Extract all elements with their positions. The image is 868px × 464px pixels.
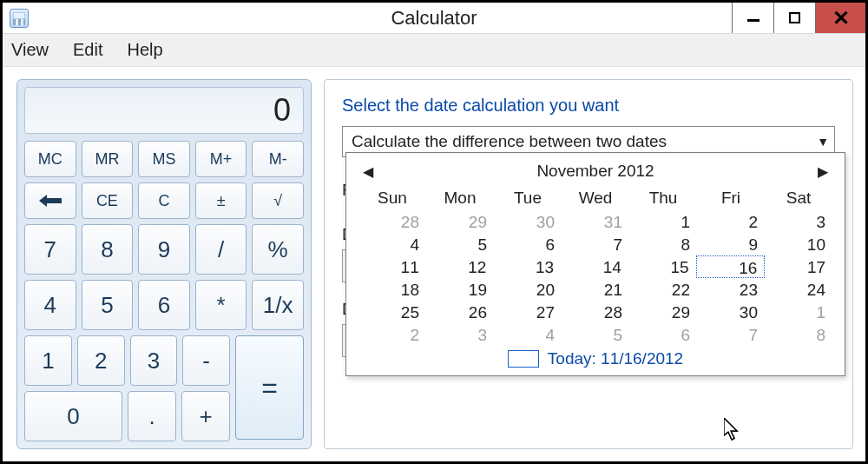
calendar-day[interactable]: 7 <box>562 233 629 255</box>
calendar-day[interactable]: 2 <box>358 323 426 346</box>
today-label: Today: 11/16/2012 <box>548 349 683 368</box>
calendar-day[interactable]: 24 <box>765 278 832 301</box>
calendar-popup: ◀ November 2012 ▶ Sun Mon Tue Wed Thu Fr… <box>345 152 845 376</box>
minimize-button[interactable] <box>732 3 773 33</box>
calendar-day[interactable]: 6 <box>494 233 562 255</box>
num4-button[interactable]: 4 <box>24 280 76 330</box>
menu-view[interactable]: View <box>11 40 49 60</box>
calendar-day[interactable]: 25 <box>358 301 426 323</box>
calendar-day[interactable]: 30 <box>494 210 562 233</box>
calendar-day-today[interactable]: 16 <box>696 255 766 278</box>
calendar-day[interactable]: 28 <box>562 301 629 323</box>
minimize-icon <box>747 19 760 22</box>
chevron-down-icon: ▼ <box>817 135 829 149</box>
calendar-day[interactable]: 3 <box>765 210 832 233</box>
maximize-button[interactable] <box>773 3 815 33</box>
num6-button[interactable]: 6 <box>138 280 190 330</box>
dow-tue: Tue <box>494 186 562 209</box>
calendar-day[interactable]: 6 <box>629 323 697 346</box>
reciprocal-button[interactable]: 1/x <box>252 280 304 330</box>
ce-button[interactable]: CE <box>82 182 134 219</box>
prev-month-button[interactable]: ◀ <box>358 163 378 180</box>
calendar-day[interactable]: 13 <box>493 255 561 278</box>
num8-button[interactable]: 8 <box>82 224 134 275</box>
calendar-day[interactable]: 5 <box>426 233 494 255</box>
calendar-day[interactable]: 2 <box>697 210 765 233</box>
dow-sat: Sat <box>765 186 832 209</box>
c-button[interactable]: C <box>138 182 190 219</box>
calendar-day[interactable]: 11 <box>358 255 426 278</box>
menu-edit[interactable]: Edit <box>73 40 102 60</box>
maximize-icon <box>789 12 800 23</box>
next-month-button[interactable]: ▶ <box>813 163 832 180</box>
close-button[interactable]: ✕ <box>815 3 865 33</box>
multiply-button[interactable]: * <box>195 280 247 330</box>
divide-button[interactable]: / <box>195 224 247 275</box>
calendar-day[interactable]: 23 <box>697 278 765 301</box>
calendar-day[interactable]: 21 <box>562 278 629 301</box>
calendar-day[interactable]: 4 <box>494 323 562 346</box>
calendar-day[interactable]: 28 <box>358 210 426 233</box>
calendar-day[interactable]: 19 <box>426 278 494 301</box>
backspace-button[interactable] <box>24 182 76 219</box>
num1-button[interactable]: 1 <box>24 335 72 386</box>
calendar-day[interactable]: 31 <box>562 210 629 233</box>
menubar: View Edit Help <box>3 34 865 67</box>
calendar-day[interactable]: 30 <box>697 301 765 323</box>
num9-button[interactable]: 9 <box>138 224 190 275</box>
back-arrow-icon <box>39 195 62 207</box>
calendar-day[interactable]: 5 <box>562 323 629 346</box>
calendar-month-label: November 2012 <box>536 162 654 181</box>
calendar-day[interactable]: 9 <box>697 233 765 255</box>
equals-button[interactable]: = <box>235 335 304 440</box>
calc-display: 0 <box>24 87 304 134</box>
close-icon: ✕ <box>832 6 850 30</box>
sqrt-button[interactable]: √ <box>252 182 304 219</box>
calendar-day[interactable]: 26 <box>426 301 494 323</box>
dow-sun: Sun <box>358 186 426 209</box>
calendar-day[interactable]: 8 <box>629 233 697 255</box>
today-box-icon <box>508 350 539 368</box>
calendar-day[interactable]: 4 <box>358 233 426 255</box>
mc-button[interactable]: MC <box>24 141 76 177</box>
calendar-day[interactable]: 10 <box>765 233 832 255</box>
dow-thu: Thu <box>629 186 697 209</box>
mr-button[interactable]: MR <box>82 141 134 177</box>
num5-button[interactable]: 5 <box>82 280 134 330</box>
calendar-day[interactable]: 7 <box>697 323 765 346</box>
combo-value: Calculate the difference between two dat… <box>352 132 667 151</box>
calendar-day[interactable]: 8 <box>765 323 832 346</box>
dow-wed: Wed <box>562 186 629 209</box>
calendar-day[interactable]: 22 <box>629 278 697 301</box>
calendar-day[interactable]: 17 <box>765 255 832 278</box>
plusminus-button[interactable]: ± <box>195 182 247 219</box>
calendar-day[interactable]: 20 <box>494 278 562 301</box>
calendar-day[interactable]: 29 <box>426 210 494 233</box>
calendar-day[interactable]: 1 <box>765 301 832 323</box>
calendar-day[interactable]: 18 <box>358 278 426 301</box>
num2-button[interactable]: 2 <box>77 335 125 386</box>
today-link[interactable]: Today: 11/16/2012 <box>358 349 832 368</box>
ms-button[interactable]: MS <box>138 141 190 177</box>
dow-mon: Mon <box>426 186 494 209</box>
mplus-button[interactable]: M+ <box>195 141 247 177</box>
calendar-day[interactable]: 15 <box>628 255 696 278</box>
calendar-day[interactable]: 27 <box>494 301 562 323</box>
num0-button[interactable]: 0 <box>24 391 122 441</box>
dow-fri: Fri <box>697 186 765 209</box>
num3-button[interactable]: 3 <box>130 335 178 386</box>
mminus-button[interactable]: M- <box>252 141 304 177</box>
add-button[interactable]: + <box>181 391 230 441</box>
calendar-day[interactable]: 1 <box>629 210 697 233</box>
calendar-weekday-header: Sun Mon Tue Wed Thu Fri Sat <box>358 186 832 209</box>
menu-help[interactable]: Help <box>127 40 162 60</box>
calendar-day[interactable]: 12 <box>426 255 494 278</box>
num7-button[interactable]: 7 <box>24 224 76 275</box>
decimal-button[interactable]: . <box>128 391 176 441</box>
calendar-day[interactable]: 3 <box>426 323 494 346</box>
section-label: Select the date calculation you want <box>342 96 835 116</box>
calendar-day[interactable]: 14 <box>561 255 628 278</box>
calendar-day[interactable]: 29 <box>629 301 697 323</box>
percent-button[interactable]: % <box>252 224 304 275</box>
subtract-button[interactable]: - <box>182 335 230 386</box>
